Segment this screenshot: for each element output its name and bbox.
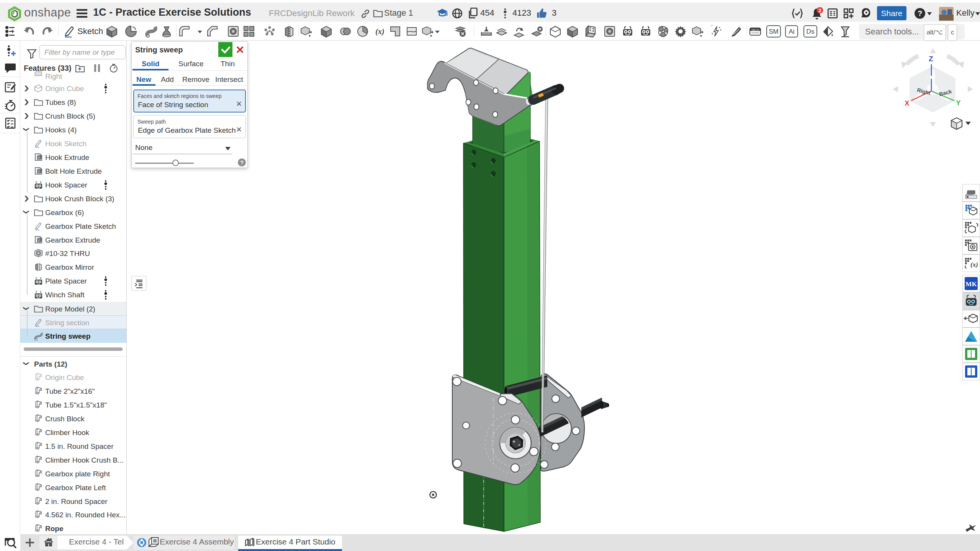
- svg-text:?: ?: [918, 9, 922, 18]
- svg-text:MK: MK: [965, 280, 977, 288]
- svg-text:Y: Y: [956, 99, 961, 107]
- svg-text:2: 2: [818, 8, 821, 13]
- svg-text:Z: Z: [929, 55, 933, 63]
- svg-text:X: X: [905, 99, 910, 107]
- svg-text:(x): (x): [970, 261, 978, 268]
